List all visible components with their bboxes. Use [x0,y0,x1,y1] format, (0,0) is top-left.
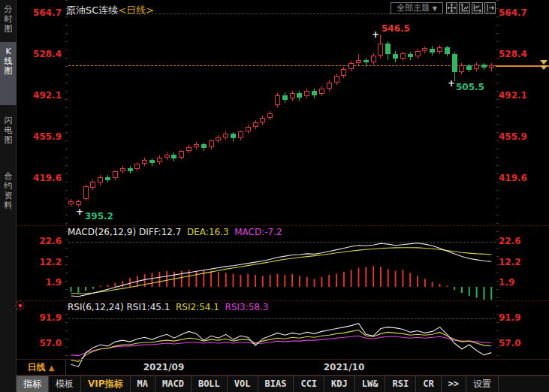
candle-body [76,201,81,205]
toolbar-tab-MA[interactable]: MA [131,376,155,392]
candle-body [327,83,332,89]
toolbar-tab-VOL[interactable]: VOL [228,376,258,392]
candle-body [459,65,464,72]
candle-body [128,168,133,171]
macd-dea-value: DEA:16.3 [187,227,229,237]
y-axis-label: 492.1 [499,90,545,101]
candlestick-chart[interactable]: + 546.5 + 395.2 + 505.5 [68,0,496,225]
sidebar-item-4[interactable]: 合约资料 [0,170,17,239]
annotation-low-start: 395.2 [85,211,113,222]
toolbar-tab-RSI[interactable]: RSI [385,376,416,392]
y-axis-label: 528.4 [499,49,545,59]
sidebar-item-3[interactable]: 闪电图 [0,114,17,165]
candle-body [400,53,406,59]
candle-body [201,144,207,148]
candle-body [149,160,155,163]
candle-body [481,65,487,68]
candle-body [437,47,442,52]
x-axis-tick: 2021/09 [125,362,203,372]
toolbar-tab-CCI[interactable]: CCI [294,376,324,392]
candle-body [341,69,346,76]
period-label: 日线 [28,362,46,372]
toolbar-tab-LW&[interactable]: LW& [355,376,386,392]
macd-value: MACD:-7.2 [234,227,282,237]
toolbar-tab->>[interactable]: >> [442,376,466,392]
candle-body [209,140,214,147]
candle-body [157,158,162,162]
high-marker: + [372,31,379,38]
candle-body [216,137,221,141]
rsi1-value: RSI1:45.1 [127,302,170,312]
y-axis-label: 455.9 [20,131,62,142]
toolbar-tab-BIAS[interactable]: BIAS [258,376,294,392]
rsi-header: RSI(6,12,24) RSI1:45.1 RSI2:54.1 RSI3:58… [68,302,268,312]
toolbar-tab-指标[interactable]: 指标 [17,376,49,392]
candle-body [430,49,435,53]
candle-body [238,131,243,138]
candle-body [68,201,74,204]
candle-body [90,182,95,188]
candle-body [408,54,413,57]
triangle-up-icon: ▲ [49,363,55,372]
y-axis-label: 1.9 [20,277,62,288]
candle-body [489,65,494,68]
y-axis-label: 22.6 [499,236,545,246]
sidebar: 分时图K线图闪电图合约资料 [0,0,17,392]
candle-body [223,134,228,137]
candle-body [83,186,89,199]
candle-body [393,54,398,59]
x-axis-row: 日线 ▲ 2021/09 2021/10 [17,359,549,375]
toolbar-tab-BOLL[interactable]: BOLL [192,376,228,392]
indicator-toolbar: 指标模板VIP指标MAMACDBOLLVOLBIASCCIKDJLW&RSICR… [17,375,549,392]
toolbar-tab-CR[interactable]: CR [416,376,441,392]
hot-indicator-icon [14,300,26,312]
y-axis-label: 492.1 [20,90,62,101]
candle-body [290,93,295,99]
candle-body [363,60,369,63]
candle-body [445,47,450,54]
candle-body [142,160,147,164]
candle-body [171,155,176,158]
candle-body [378,44,383,55]
toolbar-tab-设置[interactable]: 设置 [466,376,499,392]
sidebar-item-2[interactable]: K线图 [0,42,17,105]
annotation-high: 546.5 [382,23,410,34]
candle-body [231,134,236,138]
candle-body [105,177,110,180]
y-axis-label: 419.6 [20,173,62,183]
candle-body [253,122,258,127]
toolbar-tab-模板[interactable]: 模板 [49,376,81,392]
price-marker-icon [540,65,547,70]
candle-body [474,65,479,69]
macd-diff-value: DIFF:12.7 [139,227,181,237]
futures-chart-window: 分时图K线图闪电图合约资料 原油SC连续<日线> 全部主题 ▼ + 546.5 … [0,0,549,392]
candle-body [422,48,427,51]
candle-body [415,51,421,57]
candle-body [260,118,265,122]
annotation-low-recent: 505.5 [456,82,484,92]
y-axis-label: 455.9 [499,131,545,142]
macd-params: MACD(26,12,9) [68,227,136,237]
macd-header: MACD(26,12,9) DIFF:12.7 DEA:16.3 MACD:-7… [68,227,282,237]
toolbar-tab-VIP指标[interactable]: VIP指标 [81,376,131,392]
toolbar-tab-MACD[interactable]: MACD [155,376,192,392]
candle-body [267,113,273,118]
y-axis-label: 564.7 [20,8,62,18]
price-marker-icon [540,60,547,65]
sidebar-item-1[interactable]: 分时图 [0,3,17,44]
period-selector-button[interactable]: 日线 ▲ [17,360,66,375]
y-axis-label: 57.0 [20,338,62,348]
candle-body [356,60,361,64]
candle-body [452,54,457,72]
candle-body [179,151,184,158]
candle-body [371,56,376,62]
candle-body [466,65,472,69]
candle-body [348,63,354,69]
rsi-params: RSI(6,12,24) [68,302,124,312]
toolbar-tab-KDJ[interactable]: KDJ [324,376,355,392]
candle-body [297,93,302,98]
y-axis-label: 1.9 [499,277,545,288]
candle-body [186,147,192,151]
candle-body [246,127,251,131]
y-axis-label: 12.2 [499,257,545,267]
